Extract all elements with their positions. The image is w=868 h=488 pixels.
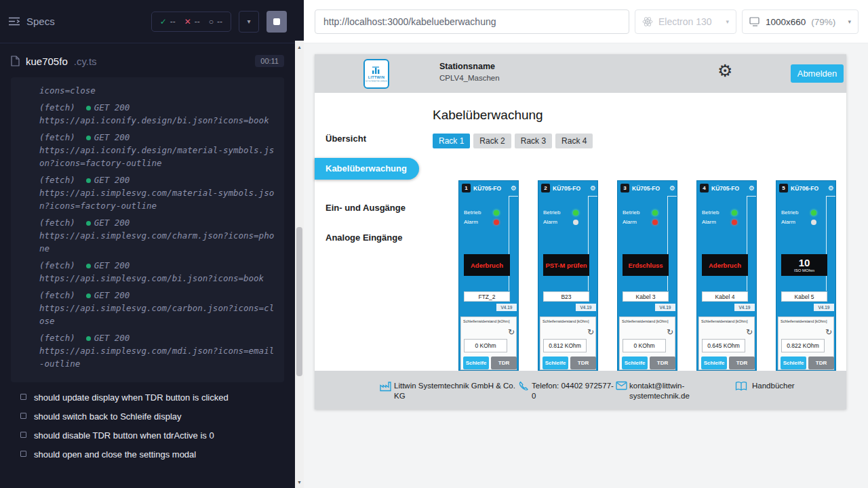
scroll-up-arrow[interactable]: ▲ [295, 42, 304, 52]
electron-icon [642, 16, 653, 27]
alarm-led-row: Alarm [543, 219, 578, 225]
network-log-entry[interactable]: (fetch)GET 200 https://api.iconify.desig… [39, 101, 276, 127]
test-item[interactable]: should disable TDR button when tdrActive… [20, 430, 288, 441]
log-url: https://api.simplesvg.com/mdi.json?icons… [39, 344, 276, 370]
display-text: Erdschluss [628, 262, 663, 269]
refresh-icon[interactable]: ↻ [508, 328, 515, 336]
network-log-entry[interactable]: (fetch)GET 200 https://api.iconify.desig… [39, 131, 276, 169]
sidebar-item-kabelueberwachung[interactable]: Kabelüberwachung [315, 158, 419, 180]
log-status-text: GET 200 [94, 175, 130, 185]
module-gear-icon[interactable]: ⚙ [749, 185, 755, 192]
test-item[interactable]: should open and close the settings modal [20, 449, 288, 460]
measurement-label: Schleifenwiderstand [kOhm] [461, 317, 516, 323]
mode-buttons: Schleife TDR [701, 357, 755, 369]
spec-header[interactable]: kue705fo .cy.ts 00:11 [0, 49, 295, 73]
card-header: 2 KÜ705-FO ⚙ [541, 184, 596, 192]
tab-rack-1[interactable]: Rack 1 [433, 134, 470, 148]
log-url: https://api.iconify.design/bi.json?icons… [39, 114, 276, 127]
spec-name[interactable]: kue705fo [26, 56, 68, 67]
logout-button[interactable]: Abmelden [791, 64, 844, 83]
chevron-down-icon: ▾ [247, 18, 250, 25]
module-display: Aderbruch [702, 254, 748, 276]
app-sidebar: Übersicht Kabelüberwachung Ein- und Ausg… [315, 93, 427, 371]
stop-icon [273, 18, 280, 25]
sidebar-item-ein-und-ausgaenge[interactable]: Ein- und Ausgänge [326, 203, 406, 213]
tdr-button[interactable]: TDR [729, 357, 755, 369]
log-head: (fetch)GET 200 [39, 259, 276, 272]
card-divider [747, 196, 747, 291]
schleife-button[interactable]: Schleife [542, 357, 568, 369]
manuals-link[interactable]: Handbücher [752, 381, 795, 391]
mode-buttons: Schleife TDR [542, 357, 596, 369]
specs-label: Specs [26, 16, 55, 27]
test-collapsed-icon [20, 432, 26, 438]
app-header: LITTWIN SYSTEMTECHNIK Stationsname CPLV4… [315, 54, 846, 93]
network-log-entry[interactable]: (fetch)GET 200 https://api.simplesvg.com… [39, 174, 276, 212]
module-gear-icon[interactable]: ⚙ [669, 185, 675, 192]
status-dot-icon [86, 293, 91, 298]
network-log-entry[interactable]: (fetch)GET 200 https://api.simplesvg.com… [39, 216, 276, 255]
schleife-button[interactable]: Schleife [463, 357, 489, 369]
schleife-button[interactable]: Schleife [622, 357, 648, 369]
refresh-icon[interactable]: ↻ [825, 328, 832, 336]
tdr-button[interactable]: TDR [570, 357, 596, 369]
tab-rack-3[interactable]: Rack 3 [515, 134, 552, 148]
specs-sidebar-toggle[interactable]: Specs [8, 16, 55, 27]
scrollbar-thumb[interactable] [296, 227, 302, 376]
log-prefix: (fetch) [39, 260, 75, 270]
collapse-dropdown-button[interactable]: ▾ [239, 11, 259, 33]
sidebar-item-analoge-eingaenge[interactable]: Analoge Eingänge [326, 232, 402, 243]
test-item[interactable]: should update display when TDR button is… [20, 392, 288, 403]
scroll-down-arrow[interactable]: ▼ [295, 477, 304, 487]
viewport-size-select[interactable]: 1000x660 (79%) ▾ [742, 9, 859, 34]
log-prefix: (fetch) [39, 132, 75, 142]
measurement-panel: Schleifenwiderstand [kOhm] ↻ 0 KOhm Schl… [460, 317, 517, 370]
network-log-entry[interactable]: (fetch)GET 200 https://api.simplesvg.com… [39, 259, 276, 285]
refresh-icon[interactable]: ↻ [587, 328, 594, 336]
log-prefix: (fetch) [39, 102, 75, 113]
tdr-button[interactable]: TDR [491, 357, 517, 369]
betrieb-label: Betrieb [781, 209, 798, 216]
tdr-button[interactable]: TDR [808, 357, 834, 369]
log-prefix: (fetch) [39, 333, 75, 343]
sidebar-item-uebersicht[interactable]: Übersicht [326, 134, 366, 144]
display-text: Aderbruch [709, 262, 741, 269]
network-log-entry[interactable]: (fetch)GET 200 https://api.simplesvg.com… [39, 289, 276, 327]
screen: Specs ✓ -- ✕ -- ○ -- ▾ [0, 0, 868, 488]
test-stats: ✓ -- ✕ -- ○ -- [151, 12, 231, 32]
reporter-scrollbar[interactable]: ▲ ▼ [295, 41, 304, 488]
schleife-button[interactable]: Schleife [781, 357, 806, 369]
phone-number[interactable]: Telefon: 04402 972577-0 [532, 381, 616, 401]
browser-select[interactable]: Electron 130 ▾ [635, 9, 736, 34]
module-gear-icon[interactable]: ⚙ [828, 185, 834, 192]
email-address[interactable]: kontakt@littwin-systemtechnik.de [629, 381, 714, 401]
slot-number: 1 [462, 184, 471, 192]
network-log-entry[interactable]: (fetch)GET 200 https://api.simplesvg.com… [39, 331, 276, 370]
test-collapsed-icon [20, 451, 26, 457]
module-model: KÜ705-FO [553, 185, 580, 192]
measurement-label: Schleifenwiderstand [kOhm] [699, 317, 754, 323]
station-info: Stationsname CPLV4_Maschen [439, 62, 500, 82]
log-status: GET 200 [86, 218, 130, 228]
betrieb-led-row: Betrieb [623, 209, 658, 216]
module-gear-icon[interactable]: ⚙ [590, 185, 596, 192]
tdr-button[interactable]: TDR [650, 357, 675, 369]
stop-run-button[interactable] [267, 11, 287, 33]
refresh-icon[interactable]: ↻ [746, 328, 753, 336]
tab-rack-2[interactable]: Rack 2 [473, 134, 511, 148]
log-prefix: (fetch) [39, 218, 75, 228]
test-title: should update display when TDR button is… [34, 392, 229, 403]
schleife-button[interactable]: Schleife [701, 357, 727, 369]
alarm-led [494, 220, 499, 225]
test-item[interactable]: should switch back to Schleife display [20, 411, 288, 422]
alarm-led-row: Alarm [702, 219, 737, 225]
log-head: (fetch)GET 200 [39, 216, 276, 229]
slot-number: 3 [620, 184, 629, 192]
betrieb-led [494, 210, 499, 216]
measurement-value: 0.812 KOhm [543, 339, 587, 352]
tab-rack-4[interactable]: Rack 4 [555, 134, 593, 148]
module-gear-icon[interactable]: ⚙ [511, 185, 517, 192]
refresh-icon[interactable]: ↻ [667, 328, 673, 336]
settings-gear-icon[interactable]: ⚙ [717, 62, 732, 79]
url-input[interactable] [315, 9, 629, 34]
